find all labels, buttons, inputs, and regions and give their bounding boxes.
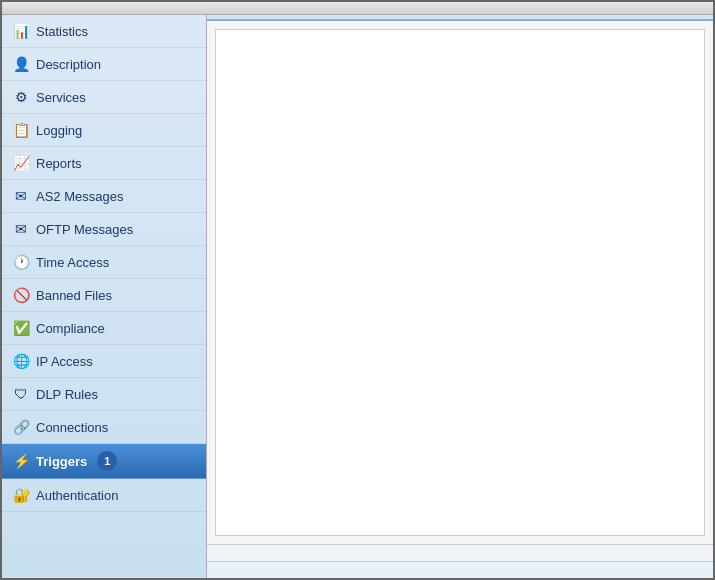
sidebar-item-authentication[interactable]: 🔐Authentication bbox=[2, 479, 206, 512]
tab-bar bbox=[207, 15, 713, 21]
sidebar-item-banned-files[interactable]: 🚫Banned Files bbox=[2, 279, 206, 312]
main-window: 📊Statistics👤Description⚙Services📋Logging… bbox=[0, 0, 715, 580]
sidebar-label-triggers: Triggers bbox=[36, 454, 87, 469]
sidebar-label-banned-files: Banned Files bbox=[36, 288, 112, 303]
sidebar-item-dlp-rules[interactable]: 🛡DLP Rules bbox=[2, 378, 206, 411]
sidebar-item-services[interactable]: ⚙Services bbox=[2, 81, 206, 114]
sidebar-item-statistics[interactable]: 📊Statistics bbox=[2, 15, 206, 48]
description-icon: 👤 bbox=[12, 55, 30, 73]
authentication-icon: 🔐 bbox=[12, 486, 30, 504]
sidebar-label-services: Services bbox=[36, 90, 86, 105]
sidebar-label-description: Description bbox=[36, 57, 101, 72]
banned-files-icon: 🚫 bbox=[12, 286, 30, 304]
bottom-bar bbox=[207, 561, 713, 578]
sidebar-item-logging[interactable]: 📋Logging bbox=[2, 114, 206, 147]
reports-icon: 📈 bbox=[12, 154, 30, 172]
sidebar-label-ip-access: IP Access bbox=[36, 354, 93, 369]
sidebar-label-reports: Reports bbox=[36, 156, 82, 171]
logging-icon: 📋 bbox=[12, 121, 30, 139]
sidebar-label-compliance: Compliance bbox=[36, 321, 105, 336]
sidebar-item-time-access[interactable]: 🕐Time Access bbox=[2, 246, 206, 279]
sidebar-label-connections: Connections bbox=[36, 420, 108, 435]
title-bar bbox=[2, 2, 713, 15]
time-access-icon: 🕐 bbox=[12, 253, 30, 271]
sidebar-item-ip-access[interactable]: 🌐IP Access bbox=[2, 345, 206, 378]
table-area bbox=[215, 29, 705, 536]
ip-access-icon: 🌐 bbox=[12, 352, 30, 370]
sidebar-item-description[interactable]: 👤Description bbox=[2, 48, 206, 81]
sidebar-label-oftp-messages: OFTP Messages bbox=[36, 222, 133, 237]
dlp-rules-icon: 🛡 bbox=[12, 385, 30, 403]
sidebar-label-dlp-rules: DLP Rules bbox=[36, 387, 98, 402]
sidebar-label-time-access: Time Access bbox=[36, 255, 109, 270]
sidebar-item-reports[interactable]: 📈Reports bbox=[2, 147, 206, 180]
as2-messages-icon: ✉ bbox=[12, 187, 30, 205]
compliance-icon: ✅ bbox=[12, 319, 30, 337]
main-layout: 📊Statistics👤Description⚙Services📋Logging… bbox=[2, 15, 713, 578]
sidebar-item-compliance[interactable]: ✅Compliance bbox=[2, 312, 206, 345]
content-area bbox=[207, 15, 713, 578]
connections-icon: 🔗 bbox=[12, 418, 30, 436]
triggers-icon: ⚡ bbox=[12, 452, 30, 470]
statistics-icon: 📊 bbox=[12, 22, 30, 40]
services-icon: ⚙ bbox=[12, 88, 30, 106]
sidebar-badge-triggers: 1 bbox=[97, 451, 117, 471]
sidebar-label-statistics: Statistics bbox=[36, 24, 88, 39]
sidebar-label-authentication: Authentication bbox=[36, 488, 118, 503]
pagination-bar bbox=[207, 544, 713, 561]
sidebar: 📊Statistics👤Description⚙Services📋Logging… bbox=[2, 15, 207, 578]
sidebar-label-as2-messages: AS2 Messages bbox=[36, 189, 123, 204]
sidebar-item-triggers[interactable]: ⚡Triggers1 bbox=[2, 444, 206, 479]
oftp-messages-icon: ✉ bbox=[12, 220, 30, 238]
sidebar-item-as2-messages[interactable]: ✉AS2 Messages bbox=[2, 180, 206, 213]
sidebar-item-connections[interactable]: 🔗Connections bbox=[2, 411, 206, 444]
sidebar-label-logging: Logging bbox=[36, 123, 82, 138]
sidebar-item-oftp-messages[interactable]: ✉OFTP Messages bbox=[2, 213, 206, 246]
